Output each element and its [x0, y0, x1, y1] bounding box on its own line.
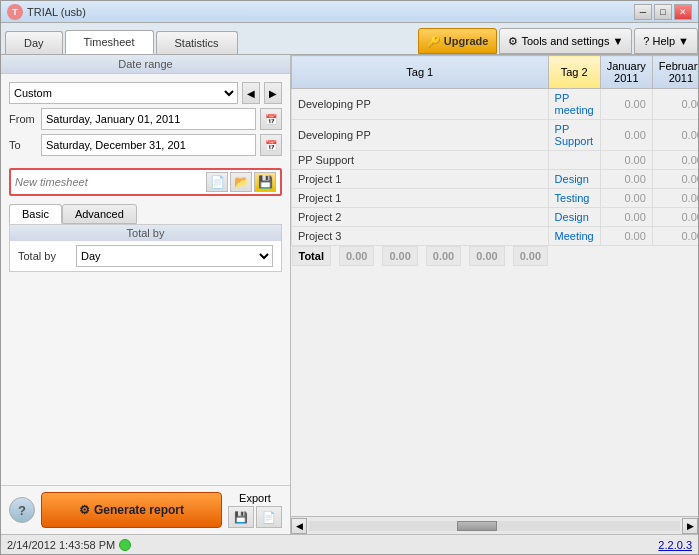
cell-value: 0.00: [600, 89, 652, 120]
cell-value: 0.00: [600, 170, 652, 189]
table-row: Project 3Meeting0.000.000.000.000.00: [292, 227, 699, 246]
tools-dropdown-arrow: ▼: [612, 35, 623, 47]
date-range-section: Custom ◀ ▶ From 📅 To 📅: [1, 78, 290, 164]
cell-value: 0.00: [600, 208, 652, 227]
left-bottom-bar: ? ⚙ Generate report Export 💾 📄: [1, 485, 290, 534]
horizontal-scrollbar[interactable]: ◀ ▶: [291, 516, 698, 534]
prev-arrow[interactable]: ◀: [242, 82, 260, 104]
col-tag2[interactable]: Tag 2: [548, 56, 600, 89]
main-content: Date range Custom ◀ ▶ From 📅: [1, 55, 698, 534]
cell-value: 0.00: [652, 189, 698, 208]
help-icon: ?: [643, 35, 649, 47]
generate-icon: ⚙: [79, 503, 90, 517]
upgrade-button[interactable]: 🔑 Upgrade: [418, 28, 498, 54]
cell-tag2[interactable]: PP Support: [548, 120, 600, 151]
total-by-label: Total by: [18, 250, 68, 262]
to-row: To 📅: [9, 134, 282, 156]
cell-tag2[interactable]: PP meeting: [548, 89, 600, 120]
total-value: 0.00: [382, 246, 417, 266]
tab-timesheet[interactable]: Timesheet: [65, 30, 154, 54]
tools-button[interactable]: ⚙ Tools and settings ▼: [499, 28, 632, 54]
upgrade-label: Upgrade: [444, 35, 489, 47]
cell-tag1: Project 3: [292, 227, 549, 246]
to-label: To: [9, 139, 37, 151]
col-tag1[interactable]: Tag 1: [292, 56, 549, 89]
cell-tag1: Project 2: [292, 208, 549, 227]
help-button[interactable]: ? Help ▼: [634, 28, 698, 54]
title-bar: T TRIAL (usb) ─ □ ✕: [1, 1, 698, 23]
to-input[interactable]: [41, 134, 256, 156]
export-buttons: 💾 📄: [228, 506, 282, 528]
to-calendar-button[interactable]: 📅: [260, 134, 282, 156]
version-link[interactable]: 2.2.0.3: [658, 539, 692, 551]
help-circle-button[interactable]: ?: [9, 497, 35, 523]
help-label: Help: [652, 35, 675, 47]
subtabs: Basic Advanced: [1, 200, 290, 224]
total-row: Total0.000.000.000.000.00: [292, 246, 549, 266]
cell-value: 0.00: [652, 208, 698, 227]
status-indicator: [119, 539, 131, 551]
scroll-left-button[interactable]: ◀: [291, 518, 307, 534]
subtab-basic[interactable]: Basic: [9, 204, 62, 224]
next-arrow[interactable]: ▶: [264, 82, 282, 104]
total-value: 0.00: [469, 246, 504, 266]
from-row: From 📅: [9, 108, 282, 130]
tools-icon: ⚙: [508, 35, 518, 48]
date-range-header: Date range: [1, 55, 290, 74]
cell-value: 0.00: [652, 120, 698, 151]
total-by-select[interactable]: Day Week Month Year: [76, 245, 273, 267]
cell-value: 0.00: [652, 151, 698, 170]
export-pdf-button[interactable]: 📄: [256, 506, 282, 528]
status-bar: 2/14/2012 1:43:58 PM 2.2.0.3: [1, 534, 698, 554]
table-row: Project 1Design0.000.000.000.000.00: [292, 170, 699, 189]
total-label: Total: [292, 246, 331, 266]
col-feb: February2011: [652, 56, 698, 89]
cell-tag2[interactable]: Design: [548, 170, 600, 189]
cell-tag2: [548, 151, 600, 170]
total-by-section: Total by Total by Day Week Month Year: [9, 224, 282, 272]
table-row: Developing PPPP Support0.000.000.000.000…: [292, 120, 699, 151]
cell-tag2[interactable]: Design: [548, 208, 600, 227]
total-value: 0.00: [339, 246, 374, 266]
close-button[interactable]: ✕: [674, 4, 692, 20]
cell-tag1: Developing PP: [292, 120, 549, 151]
minimize-button[interactable]: ─: [634, 4, 652, 20]
from-calendar-button[interactable]: 📅: [260, 108, 282, 130]
cell-value: 0.00: [600, 151, 652, 170]
subtab-advanced[interactable]: Advanced: [62, 204, 137, 224]
maximize-button[interactable]: □: [654, 4, 672, 20]
cell-value: 0.00: [600, 120, 652, 151]
open-timesheet-button[interactable]: 📂: [230, 172, 252, 192]
tab-day[interactable]: Day: [5, 31, 63, 54]
generate-report-button[interactable]: ⚙ Generate report: [41, 492, 222, 528]
timesheet-name-input[interactable]: [15, 176, 204, 188]
data-table: Tag 1 Tag 2 January2011 February2011 Mar…: [291, 55, 698, 266]
export-label: Export: [239, 492, 271, 504]
export-csv-button[interactable]: 💾: [228, 506, 254, 528]
table-row: PP Support0.000.000.000.000.00: [292, 151, 699, 170]
scroll-thumb[interactable]: [457, 521, 497, 531]
cell-value: 0.00: [652, 227, 698, 246]
scroll-right-button[interactable]: ▶: [682, 518, 698, 534]
preset-select[interactable]: Custom: [9, 82, 238, 104]
cell-value: 0.00: [652, 89, 698, 120]
save-timesheet-button[interactable]: 💾: [254, 172, 276, 192]
preset-select-wrapper: Custom: [9, 82, 238, 104]
scroll-track[interactable]: [309, 521, 680, 531]
cell-tag2[interactable]: Meeting: [548, 227, 600, 246]
total-by-header: Total by: [10, 225, 281, 241]
cell-value: 0.00: [600, 227, 652, 246]
tab-statistics[interactable]: Statistics: [156, 31, 238, 54]
left-panel: Date range Custom ◀ ▶ From 📅: [1, 55, 291, 534]
export-section: Export 💾 📄: [228, 492, 282, 528]
left-spacer: [1, 276, 290, 485]
table-row: Project 2Design0.000.000.000.000.00: [292, 208, 699, 227]
preset-row: Custom ◀ ▶: [9, 82, 282, 104]
table-container: Tag 1 Tag 2 January2011 February2011 Mar…: [291, 55, 698, 516]
cell-tag1: Project 1: [292, 170, 549, 189]
tools-label: Tools and settings: [521, 35, 609, 47]
from-input[interactable]: [41, 108, 256, 130]
cell-tag2[interactable]: Testing: [548, 189, 600, 208]
new-timesheet-button[interactable]: 📄: [206, 172, 228, 192]
total-value: 0.00: [426, 246, 461, 266]
